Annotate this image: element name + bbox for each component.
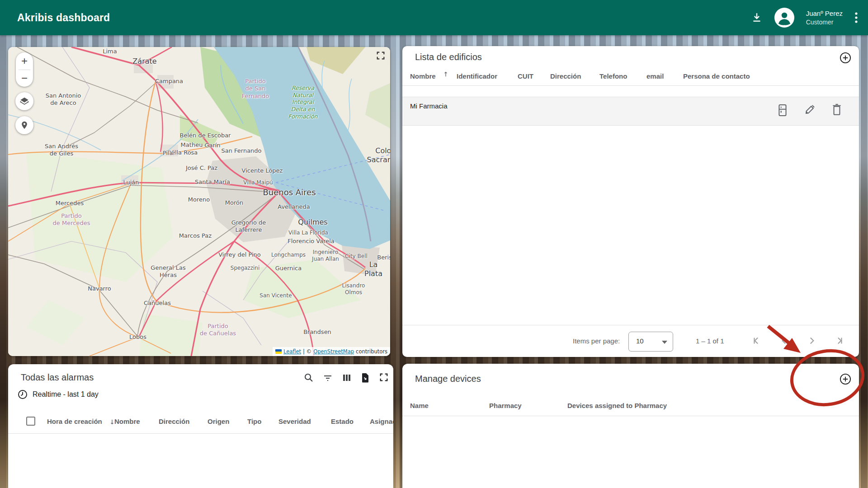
columns-icon [341, 372, 352, 383]
items-per-page-label: Items per page: [573, 337, 620, 345]
appbar-actions: Juanº Perez Customer [751, 0, 858, 35]
devices-title: Manage devices [415, 374, 481, 384]
building-name-cell: Mi Farmacia [410, 100, 452, 112]
column-header[interactable]: Pharmacy [489, 402, 522, 409]
edit-pencil-icon [804, 103, 816, 116]
app-title: Akribis dashboard [17, 12, 110, 24]
add-device-button[interactable] [837, 371, 854, 389]
column-header[interactable]: Tipo [247, 418, 261, 425]
column-header[interactable]: Estado [331, 418, 354, 425]
attribution-suffix: contributors [356, 348, 387, 355]
kebab-icon [854, 11, 858, 24]
clock-icon [17, 389, 28, 400]
page: Akribis dashboard Juanº Perez Customer [0, 0, 868, 488]
column-header[interactable]: CUIT [518, 72, 533, 80]
download-icon [751, 12, 763, 23]
alarms-column-headers: Hora de creaciónNombreDirecciónOrigenTip… [8, 411, 393, 434]
ukraine-flag-icon [275, 349, 282, 354]
column-header[interactable]: Dirección [550, 72, 581, 80]
user-role: Customer [806, 18, 843, 26]
alarms-panel: Todas las alarmas [8, 364, 393, 488]
column-header[interactable]: Severidad [278, 418, 311, 425]
search-button[interactable] [303, 372, 314, 383]
export-file-icon [360, 372, 371, 383]
devices-column-headers: NamePharmacyDevices assigned to Pharmacy [402, 396, 859, 416]
last-page-button[interactable] [833, 335, 844, 348]
sort-ascending-icon[interactable] [442, 70, 449, 78]
zoom-out-button[interactable]: − [16, 70, 33, 87]
column-header[interactable]: Asignado [370, 418, 393, 425]
add-circle-icon [839, 373, 852, 385]
export-button[interactable] [360, 372, 371, 383]
edit-building-button[interactable] [804, 103, 816, 117]
search-icon [303, 372, 314, 383]
page-range-label: 1 – 1 of 1 [696, 337, 724, 345]
first-page-button[interactable] [751, 335, 763, 348]
column-header[interactable]: email [646, 72, 664, 80]
osm-link[interactable]: OpenStreetMap [313, 348, 354, 355]
sort-descending-icon[interactable] [108, 418, 116, 426]
fullscreen-icon [376, 51, 386, 61]
next-page-button[interactable] [806, 335, 817, 348]
previous-page-button[interactable] [778, 335, 790, 348]
trash-icon [831, 103, 843, 116]
buildings-panel: Lista de edificios NombreIdentificadorCU… [402, 46, 859, 357]
chevron-down-icon [662, 341, 667, 344]
column-header[interactable]: Dirección [159, 418, 189, 425]
devices-panel: Manage devices NamePharmacyDevices assig… [402, 364, 859, 488]
delete-building-button[interactable] [831, 103, 843, 117]
buildings-paginator: Items per page: 10 1 – 1 of 1 [402, 325, 859, 357]
person-icon [774, 8, 794, 28]
buildings-panel-header: Lista de edificios [402, 46, 859, 67]
map-locate-button[interactable] [15, 116, 33, 134]
leaflet-link[interactable]: Leaflet [283, 348, 301, 355]
download-button[interactable] [751, 12, 763, 23]
map-fullscreen-button[interactable] [376, 51, 386, 62]
select-all-checkbox[interactable] [26, 417, 35, 426]
page-size-select[interactable]: 10 [628, 332, 673, 352]
chevron-left-icon [778, 335, 790, 347]
alarms-toolbar [8, 372, 393, 385]
add-circle-icon [839, 52, 852, 64]
filter-icon [322, 372, 333, 383]
column-header[interactable]: Devices assigned to Pharmacy [567, 402, 667, 409]
column-header[interactable]: Telefono [599, 72, 627, 80]
layers-icon [19, 96, 29, 106]
buildings-title: Lista de edificios [415, 52, 482, 62]
realtime-range[interactable]: Realtime - last 1 day [17, 389, 99, 400]
first-page-icon [751, 335, 763, 347]
attribution-separator: | © [303, 348, 311, 355]
realtime-label: Realtime - last 1 day [33, 390, 99, 399]
column-header[interactable]: Name [410, 402, 429, 409]
map-canvas[interactable]: LimaZárateCampanaSan Antonio de ArecoPar… [8, 47, 390, 356]
user-avatar[interactable] [774, 8, 794, 28]
avatar [774, 8, 794, 28]
add-building-button[interactable] [837, 50, 854, 67]
column-header[interactable]: Identificador [457, 72, 497, 80]
building-row[interactable]: Mi Farmacia [402, 97, 859, 126]
building-devices-button[interactable] [777, 103, 788, 118]
map-tiles [8, 47, 390, 356]
user-name: Juanº Perez [806, 9, 843, 18]
column-header[interactable]: Nombre [114, 418, 140, 425]
map-zoom-control: + − [16, 52, 33, 87]
column-header[interactable]: Nombre [410, 72, 436, 80]
zoom-in-button[interactable]: + [16, 52, 33, 70]
map-attribution: Leaflet | © OpenStreetMap contributors [273, 347, 390, 356]
column-header[interactable]: Origen [208, 418, 229, 425]
fullscreen-icon [379, 372, 389, 382]
chevron-right-icon [806, 335, 817, 347]
app-header: Akribis dashboard Juanº Perez Customer [0, 0, 868, 35]
map-panel: LimaZárateCampanaSan Antonio de ArecoPar… [8, 47, 390, 356]
overflow-menu-button[interactable] [854, 11, 858, 24]
column-header[interactable]: Hora de creación [47, 418, 102, 425]
filter-button[interactable] [322, 372, 333, 383]
column-header[interactable]: Persona de contacto [683, 72, 750, 80]
buildings-column-headers: NombreIdentificadorCUITDirecciónTelefono… [402, 67, 859, 86]
page-size-value: 10 [636, 337, 644, 345]
alarms-fullscreen-button[interactable] [379, 372, 389, 382]
map-layers-button[interactable] [15, 92, 33, 110]
columns-button[interactable] [341, 372, 352, 383]
last-page-icon [833, 335, 844, 347]
location-pin-icon [20, 121, 29, 130]
